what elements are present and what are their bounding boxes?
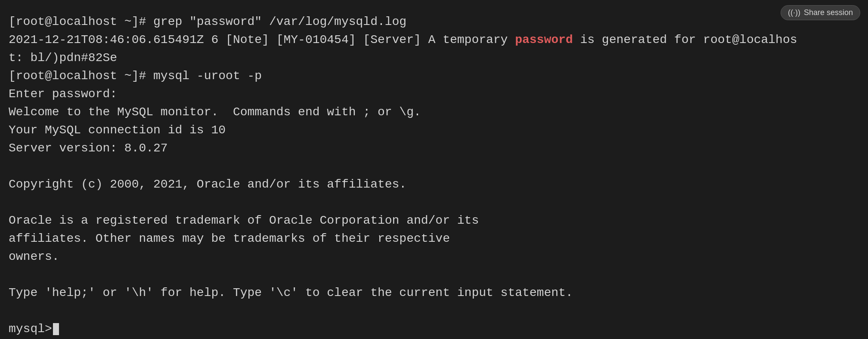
log-output-line2: t: bl/)pdn#82Se [9, 49, 859, 67]
command-mysql: [root@localhost ~]# mysql -uroot -p [9, 67, 859, 85]
password-highlight: password [515, 33, 573, 46]
oracle-trademark-line3: owners. [9, 248, 859, 266]
connection-id-line: Your MySQL connection id is 10 [9, 121, 859, 139]
broadcast-icon: ((·)) [788, 8, 800, 17]
command-grep: [root@localhost ~]# grep "password" /var… [9, 13, 859, 31]
empty-line-1 [9, 157, 859, 176]
enter-password-prompt: Enter password: [9, 85, 859, 103]
empty-line-3 [9, 266, 859, 284]
server-version-line: Server version: 8.0.27 [9, 139, 859, 157]
log-output-line1: 2021-12-21T08:46:06.615491Z 6 [Note] [MY… [9, 31, 859, 49]
mysql-prompt: mysql> [9, 320, 52, 338]
mysql-prompt-line[interactable]: mysql> [9, 320, 859, 338]
empty-line-2 [9, 194, 859, 212]
welcome-line: Welcome to the MySQL monitor. Commands e… [9, 103, 859, 121]
oracle-trademark-line1: Oracle is a registered trademark of Orac… [9, 212, 859, 230]
terminal-window: ((·)) Share session [root@localhost ~]# … [0, 0, 868, 339]
cursor [53, 323, 59, 335]
copyright-line: Copyright (c) 2000, 2021, Oracle and/or … [9, 176, 859, 194]
terminal-content: [root@localhost ~]# grep "password" /var… [9, 13, 859, 338]
help-line: Type 'help;' or '\h' for help. Type '\c'… [9, 284, 859, 302]
share-session-label: Share session [804, 8, 853, 17]
oracle-trademark-line2: affiliates. Other names may be trademark… [9, 230, 859, 248]
empty-line-4 [9, 302, 859, 320]
share-session-button[interactable]: ((·)) Share session [781, 5, 860, 20]
